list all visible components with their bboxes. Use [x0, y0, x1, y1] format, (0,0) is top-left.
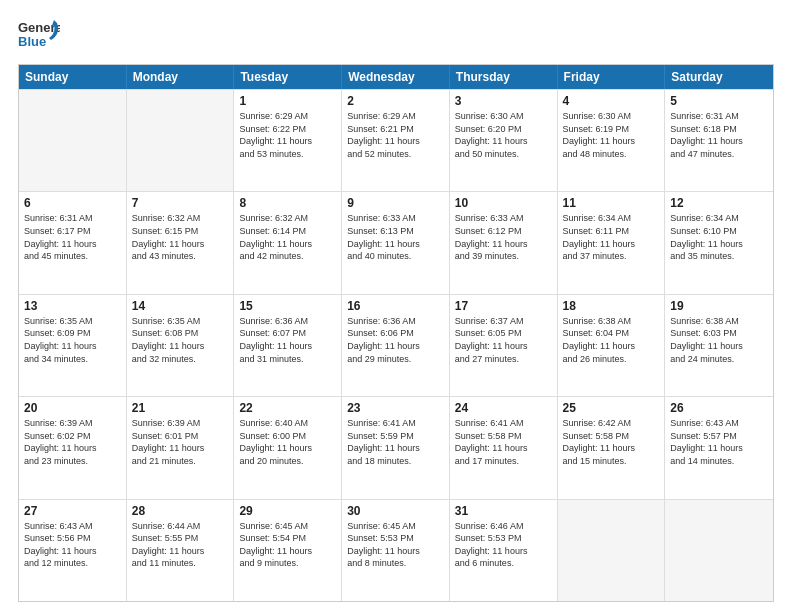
calendar-cell: 25Sunrise: 6:42 AM Sunset: 5:58 PM Dayli… [558, 397, 666, 498]
day-number: 2 [347, 94, 444, 108]
calendar-week: 6Sunrise: 6:31 AM Sunset: 6:17 PM Daylig… [19, 191, 773, 293]
calendar-cell: 4Sunrise: 6:30 AM Sunset: 6:19 PM Daylig… [558, 90, 666, 191]
cell-info: Sunrise: 6:38 AM Sunset: 6:03 PM Dayligh… [670, 315, 768, 365]
cell-info: Sunrise: 6:36 AM Sunset: 6:06 PM Dayligh… [347, 315, 444, 365]
cell-info: Sunrise: 6:44 AM Sunset: 5:55 PM Dayligh… [132, 520, 229, 570]
day-number: 17 [455, 299, 552, 313]
cell-info: Sunrise: 6:29 AM Sunset: 6:22 PM Dayligh… [239, 110, 336, 160]
day-number: 28 [132, 504, 229, 518]
cell-info: Sunrise: 6:43 AM Sunset: 5:56 PM Dayligh… [24, 520, 121, 570]
calendar-cell [127, 90, 235, 191]
cell-info: Sunrise: 6:34 AM Sunset: 6:10 PM Dayligh… [670, 212, 768, 262]
weekday-header: Thursday [450, 65, 558, 89]
cell-info: Sunrise: 6:36 AM Sunset: 6:07 PM Dayligh… [239, 315, 336, 365]
day-number: 11 [563, 196, 660, 210]
calendar-cell: 27Sunrise: 6:43 AM Sunset: 5:56 PM Dayli… [19, 500, 127, 601]
day-number: 5 [670, 94, 768, 108]
day-number: 26 [670, 401, 768, 415]
calendar-cell: 17Sunrise: 6:37 AM Sunset: 6:05 PM Dayli… [450, 295, 558, 396]
day-number: 29 [239, 504, 336, 518]
day-number: 30 [347, 504, 444, 518]
calendar-week: 13Sunrise: 6:35 AM Sunset: 6:09 PM Dayli… [19, 294, 773, 396]
calendar-cell: 9Sunrise: 6:33 AM Sunset: 6:13 PM Daylig… [342, 192, 450, 293]
cell-info: Sunrise: 6:31 AM Sunset: 6:18 PM Dayligh… [670, 110, 768, 160]
day-number: 10 [455, 196, 552, 210]
day-number: 15 [239, 299, 336, 313]
calendar-week: 1Sunrise: 6:29 AM Sunset: 6:22 PM Daylig… [19, 89, 773, 191]
calendar-cell: 15Sunrise: 6:36 AM Sunset: 6:07 PM Dayli… [234, 295, 342, 396]
logo-svg: General Blue [18, 18, 60, 54]
calendar-header: SundayMondayTuesdayWednesdayThursdayFrid… [19, 65, 773, 89]
cell-info: Sunrise: 6:33 AM Sunset: 6:13 PM Dayligh… [347, 212, 444, 262]
day-number: 12 [670, 196, 768, 210]
day-number: 18 [563, 299, 660, 313]
cell-info: Sunrise: 6:43 AM Sunset: 5:57 PM Dayligh… [670, 417, 768, 467]
calendar-cell: 12Sunrise: 6:34 AM Sunset: 6:10 PM Dayli… [665, 192, 773, 293]
cell-info: Sunrise: 6:35 AM Sunset: 6:08 PM Dayligh… [132, 315, 229, 365]
cell-info: Sunrise: 6:39 AM Sunset: 6:01 PM Dayligh… [132, 417, 229, 467]
calendar: SundayMondayTuesdayWednesdayThursdayFrid… [18, 64, 774, 602]
cell-info: Sunrise: 6:38 AM Sunset: 6:04 PM Dayligh… [563, 315, 660, 365]
calendar-cell [19, 90, 127, 191]
day-number: 8 [239, 196, 336, 210]
day-number: 22 [239, 401, 336, 415]
cell-info: Sunrise: 6:35 AM Sunset: 6:09 PM Dayligh… [24, 315, 121, 365]
cell-info: Sunrise: 6:31 AM Sunset: 6:17 PM Dayligh… [24, 212, 121, 262]
day-number: 19 [670, 299, 768, 313]
cell-info: Sunrise: 6:32 AM Sunset: 6:15 PM Dayligh… [132, 212, 229, 262]
cell-info: Sunrise: 6:34 AM Sunset: 6:11 PM Dayligh… [563, 212, 660, 262]
page: General Blue SundayMondayTuesdayWednesda… [0, 0, 792, 612]
calendar-cell: 31Sunrise: 6:46 AM Sunset: 5:53 PM Dayli… [450, 500, 558, 601]
calendar-cell: 18Sunrise: 6:38 AM Sunset: 6:04 PM Dayli… [558, 295, 666, 396]
cell-info: Sunrise: 6:42 AM Sunset: 5:58 PM Dayligh… [563, 417, 660, 467]
calendar-cell: 22Sunrise: 6:40 AM Sunset: 6:00 PM Dayli… [234, 397, 342, 498]
calendar-cell: 29Sunrise: 6:45 AM Sunset: 5:54 PM Dayli… [234, 500, 342, 601]
cell-info: Sunrise: 6:41 AM Sunset: 5:58 PM Dayligh… [455, 417, 552, 467]
day-number: 21 [132, 401, 229, 415]
svg-text:Blue: Blue [18, 34, 46, 49]
header: General Blue [18, 18, 774, 54]
day-number: 1 [239, 94, 336, 108]
weekday-header: Saturday [665, 65, 773, 89]
calendar-cell: 26Sunrise: 6:43 AM Sunset: 5:57 PM Dayli… [665, 397, 773, 498]
day-number: 9 [347, 196, 444, 210]
calendar-cell [558, 500, 666, 601]
calendar-cell [665, 500, 773, 601]
cell-info: Sunrise: 6:45 AM Sunset: 5:53 PM Dayligh… [347, 520, 444, 570]
day-number: 25 [563, 401, 660, 415]
day-number: 7 [132, 196, 229, 210]
cell-info: Sunrise: 6:30 AM Sunset: 6:19 PM Dayligh… [563, 110, 660, 160]
day-number: 23 [347, 401, 444, 415]
cell-info: Sunrise: 6:39 AM Sunset: 6:02 PM Dayligh… [24, 417, 121, 467]
weekday-header: Wednesday [342, 65, 450, 89]
cell-info: Sunrise: 6:37 AM Sunset: 6:05 PM Dayligh… [455, 315, 552, 365]
day-number: 27 [24, 504, 121, 518]
calendar-cell: 20Sunrise: 6:39 AM Sunset: 6:02 PM Dayli… [19, 397, 127, 498]
calendar-cell: 13Sunrise: 6:35 AM Sunset: 6:09 PM Dayli… [19, 295, 127, 396]
day-number: 16 [347, 299, 444, 313]
cell-info: Sunrise: 6:46 AM Sunset: 5:53 PM Dayligh… [455, 520, 552, 570]
calendar-cell: 2Sunrise: 6:29 AM Sunset: 6:21 PM Daylig… [342, 90, 450, 191]
weekday-header: Monday [127, 65, 235, 89]
calendar-cell: 3Sunrise: 6:30 AM Sunset: 6:20 PM Daylig… [450, 90, 558, 191]
calendar-cell: 8Sunrise: 6:32 AM Sunset: 6:14 PM Daylig… [234, 192, 342, 293]
weekday-header: Sunday [19, 65, 127, 89]
day-number: 13 [24, 299, 121, 313]
calendar-cell: 24Sunrise: 6:41 AM Sunset: 5:58 PM Dayli… [450, 397, 558, 498]
calendar-cell: 30Sunrise: 6:45 AM Sunset: 5:53 PM Dayli… [342, 500, 450, 601]
calendar-cell: 14Sunrise: 6:35 AM Sunset: 6:08 PM Dayli… [127, 295, 235, 396]
weekday-header: Tuesday [234, 65, 342, 89]
cell-info: Sunrise: 6:29 AM Sunset: 6:21 PM Dayligh… [347, 110, 444, 160]
calendar-week: 27Sunrise: 6:43 AM Sunset: 5:56 PM Dayli… [19, 499, 773, 601]
calendar-cell: 11Sunrise: 6:34 AM Sunset: 6:11 PM Dayli… [558, 192, 666, 293]
cell-info: Sunrise: 6:41 AM Sunset: 5:59 PM Dayligh… [347, 417, 444, 467]
calendar-cell: 23Sunrise: 6:41 AM Sunset: 5:59 PM Dayli… [342, 397, 450, 498]
calendar-body: 1Sunrise: 6:29 AM Sunset: 6:22 PM Daylig… [19, 89, 773, 601]
calendar-cell: 16Sunrise: 6:36 AM Sunset: 6:06 PM Dayli… [342, 295, 450, 396]
calendar-cell: 7Sunrise: 6:32 AM Sunset: 6:15 PM Daylig… [127, 192, 235, 293]
calendar-cell: 5Sunrise: 6:31 AM Sunset: 6:18 PM Daylig… [665, 90, 773, 191]
calendar-cell: 19Sunrise: 6:38 AM Sunset: 6:03 PM Dayli… [665, 295, 773, 396]
day-number: 6 [24, 196, 121, 210]
day-number: 4 [563, 94, 660, 108]
calendar-cell: 10Sunrise: 6:33 AM Sunset: 6:12 PM Dayli… [450, 192, 558, 293]
